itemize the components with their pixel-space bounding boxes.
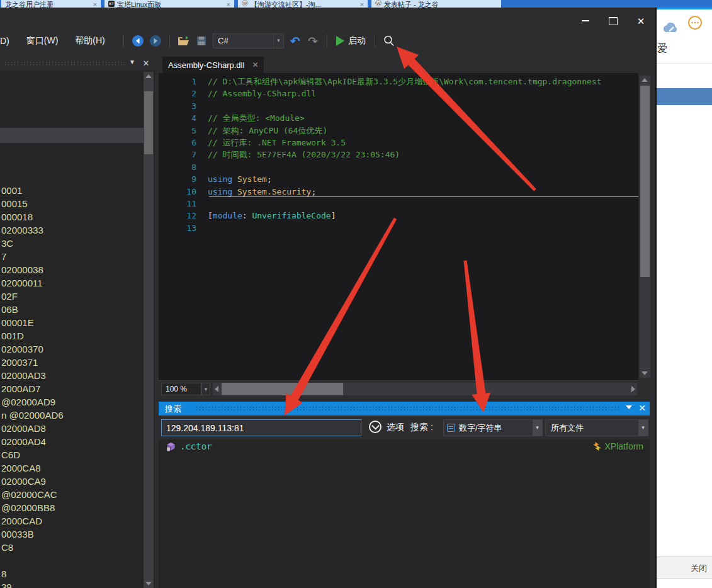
scroll-right-icon[interactable] bbox=[631, 386, 635, 392]
tab-title: 宝塔Linux面板 bbox=[117, 0, 224, 8]
language-select[interactable]: C# ▼ bbox=[213, 33, 284, 48]
scroll-up-icon[interactable] bbox=[145, 74, 152, 78]
analyzer-item[interactable]: 2000CA8 bbox=[1, 461, 142, 475]
scroll-left-icon[interactable] bbox=[215, 386, 218, 392]
toolbar-separator bbox=[123, 35, 124, 47]
menu-item[interactable]: D) bbox=[0, 36, 9, 46]
cloud-sync-icon[interactable] bbox=[662, 21, 679, 38]
editor-vscrollbar[interactable] bbox=[640, 76, 650, 378]
analyzer-item[interactable]: 2000CAD bbox=[1, 514, 142, 528]
analyzer-item[interactable]: @02000AD9 bbox=[1, 395, 142, 409]
analyzer-item[interactable]: 2000371 bbox=[1, 356, 142, 369]
analyzer-item[interactable]: 00015 bbox=[1, 197, 142, 210]
analyzer-item[interactable]: 001D bbox=[1, 329, 142, 342]
close-window-button[interactable]: ✕ bbox=[630, 13, 652, 29]
analyzer-scrollbar[interactable] bbox=[144, 72, 154, 588]
search-input[interactable] bbox=[161, 419, 361, 436]
analyzer-item[interactable]: 00001E bbox=[1, 316, 142, 329]
code-area[interactable]: 1// D:\工具和组件\apk编辑器\ApkIDE最新3.3.5少月增强版\W… bbox=[159, 73, 638, 380]
selected-row[interactable] bbox=[0, 128, 144, 143]
more-options-icon[interactable] bbox=[687, 15, 703, 33]
scroll-down-icon[interactable] bbox=[641, 371, 648, 375]
analyzer-item[interactable]: 0001 bbox=[1, 184, 142, 197]
editor-hscrollbar[interactable] bbox=[213, 383, 637, 395]
options-chevron-icon[interactable] bbox=[369, 421, 381, 433]
maximize-button[interactable] bbox=[602, 13, 624, 29]
tab-close-icon[interactable]: × bbox=[93, 0, 97, 8]
back-icon[interactable] bbox=[131, 34, 145, 48]
scrollbar-thumb[interactable] bbox=[222, 383, 343, 395]
start-button[interactable]: 启动 bbox=[348, 35, 366, 47]
file-filter-select[interactable]: 所有文件 ▼ bbox=[545, 419, 648, 436]
analyzer-item[interactable]: @02000BB8 bbox=[1, 501, 142, 514]
analyzer-item[interactable]: 02000333 bbox=[1, 223, 142, 237]
options-label[interactable]: 选项 bbox=[387, 422, 404, 433]
minimize-icon bbox=[582, 20, 589, 21]
analyzer-item[interactable]: 8 bbox=[1, 567, 142, 580]
start-icon[interactable] bbox=[336, 36, 344, 46]
class-icon bbox=[592, 442, 602, 451]
panel-close-icon[interactable]: ✕ bbox=[638, 403, 646, 413]
line-number: 9 bbox=[159, 173, 208, 185]
analyzer-item[interactable]: 02000AD8 bbox=[1, 422, 142, 435]
analyzer-item[interactable]: 3C bbox=[1, 237, 142, 250]
search-result-row[interactable]: .cctorXPlatform bbox=[159, 439, 650, 453]
analyzer-item[interactable]: n @02000AD6 bbox=[1, 409, 142, 422]
scroll-up-icon[interactable] bbox=[641, 78, 648, 82]
analyzer-item[interactable]: 00033B bbox=[1, 528, 142, 541]
search-panel-header[interactable]: 搜索 ✕ bbox=[159, 402, 650, 416]
search-panel: 搜索 ✕ 选项 搜索 : 数字/字符串 ▼ 所有文件 ▼ bbox=[159, 402, 650, 588]
browser-tab[interactable]: 龙之谷用户注册× bbox=[1, 0, 101, 8]
analyzer-item[interactable]: 000018 bbox=[1, 210, 142, 223]
line-number: 6 bbox=[159, 137, 208, 149]
scroll-down-icon[interactable] bbox=[145, 582, 152, 585]
analyzer-item[interactable]: 02000AD4 bbox=[1, 435, 142, 448]
forward-icon[interactable] bbox=[149, 34, 162, 48]
analyzer-item[interactable]: 06B bbox=[1, 303, 142, 316]
analyzer-item[interactable]: 02000CA9 bbox=[1, 475, 142, 488]
zoom-level-select[interactable]: 100 % bbox=[161, 383, 201, 395]
search-icon[interactable] bbox=[382, 34, 396, 48]
page-text: 爱 bbox=[657, 42, 667, 55]
analyzer-item[interactable]: 02000038 bbox=[1, 263, 142, 276]
tab-close-icon[interactable]: ✕ bbox=[252, 60, 258, 69]
analyzer-panel-header: ▼ ✕ bbox=[0, 57, 155, 71]
screen: 龙之谷用户注册×BT宝塔Linux面板×W【淘游交流社区】-淘...×W发表帖子… bbox=[0, 0, 712, 588]
search-type-select[interactable]: 数字/字符串 ▼ bbox=[443, 419, 543, 436]
close-button[interactable]: 关闭 bbox=[657, 557, 712, 579]
panel-menu-chevron-icon[interactable]: ▼ bbox=[127, 59, 137, 65]
redo-icon[interactable]: ↷ bbox=[306, 34, 320, 48]
save-all-icon[interactable] bbox=[195, 34, 208, 48]
analyzer-item[interactable]: 02000AD3 bbox=[1, 369, 142, 382]
menu-item[interactable]: 帮助(H) bbox=[75, 35, 105, 47]
analyzer-item[interactable]: 2000AD7 bbox=[1, 382, 142, 395]
panel-close-icon[interactable]: ✕ bbox=[141, 59, 151, 68]
analyzer-item[interactable]: 02000011 bbox=[1, 276, 142, 290]
chevron-down-icon[interactable]: ▼ bbox=[201, 383, 210, 395]
browser-tab[interactable]: W【淘游交流社区】-淘...× bbox=[238, 0, 368, 8]
editor-tab[interactable]: Assembly-CSharp.dll ✕ bbox=[162, 57, 264, 73]
browser-tab[interactable]: W发表帖子 - 龙之谷 bbox=[371, 0, 501, 8]
open-file-icon[interactable] bbox=[177, 34, 191, 48]
browser-tab[interactable]: BT宝塔Linux面板× bbox=[105, 0, 234, 8]
panel-grip bbox=[195, 406, 621, 412]
analyzer-item[interactable]: C6D bbox=[1, 448, 142, 461]
tab-close-icon[interactable]: × bbox=[227, 0, 230, 8]
tab-close-icon[interactable]: × bbox=[360, 0, 364, 8]
scrollbar-thumb[interactable] bbox=[640, 86, 650, 277]
analyzer-item[interactable]: 39 bbox=[1, 580, 142, 588]
analyzer-item[interactable]: C8 bbox=[1, 541, 142, 554]
code-line: 9using System; bbox=[159, 173, 638, 185]
scrollbar-thumb[interactable] bbox=[144, 91, 153, 154]
minimize-button[interactable] bbox=[574, 13, 597, 29]
analyzer-item[interactable]: @02000CAC bbox=[1, 488, 142, 501]
chevron-down-icon[interactable]: ▼ bbox=[533, 420, 542, 436]
panel-menu-chevron-icon[interactable] bbox=[626, 405, 632, 409]
undo-icon[interactable]: ↶ bbox=[288, 34, 302, 48]
chevron-down-icon[interactable]: ▼ bbox=[638, 420, 648, 436]
analyzer-item[interactable]: 02F bbox=[1, 290, 142, 303]
menu-item[interactable]: 窗口(W) bbox=[26, 35, 59, 47]
close-icon: ✕ bbox=[637, 16, 645, 26]
analyzer-item[interactable]: 02000370 bbox=[1, 342, 142, 356]
analyzer-item[interactable]: 7 bbox=[1, 250, 142, 263]
